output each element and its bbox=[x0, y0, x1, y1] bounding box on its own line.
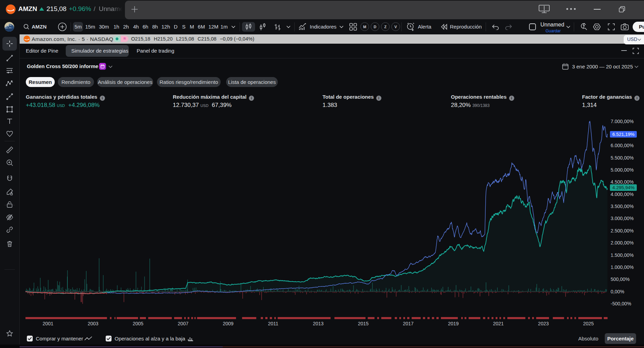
svg-text:500,00%: 500,00% bbox=[611, 276, 630, 282]
svg-text:2.000,00%: 2.000,00% bbox=[611, 240, 634, 246]
svg-text:2003: 2003 bbox=[88, 321, 98, 326]
svg-text:2007: 2007 bbox=[178, 321, 188, 326]
svg-text:4.295,94%: 4.295,94% bbox=[612, 185, 635, 190]
svg-text:4.500,00%: 4.500,00% bbox=[611, 179, 634, 185]
svg-text:4.000,00%: 4.000,00% bbox=[611, 192, 634, 197]
svg-text:0,00%: 0,00% bbox=[611, 289, 624, 294]
svg-text:5.000,00%: 5.000,00% bbox=[611, 167, 634, 173]
svg-text:7.000,00%: 7.000,00% bbox=[611, 119, 634, 124]
svg-text:-500,00%: -500,00% bbox=[611, 301, 631, 306]
svg-text:2013: 2013 bbox=[313, 321, 324, 326]
svg-text:1.000,00%: 1.000,00% bbox=[611, 264, 634, 270]
svg-text:2017: 2017 bbox=[403, 321, 414, 326]
svg-text:1.500,00%: 1.500,00% bbox=[611, 252, 634, 258]
svg-text:6.521,19%: 6.521,19% bbox=[612, 132, 635, 137]
svg-text:5.500,00%: 5.500,00% bbox=[611, 155, 634, 161]
svg-text:2025: 2025 bbox=[583, 321, 594, 326]
svg-text:2023: 2023 bbox=[538, 321, 549, 326]
svg-text:2001: 2001 bbox=[43, 321, 53, 326]
svg-text:3.000,00%: 3.000,00% bbox=[611, 216, 634, 221]
svg-text:2011: 2011 bbox=[268, 321, 278, 326]
svg-text:3.500,00%: 3.500,00% bbox=[611, 204, 634, 209]
svg-text:2021: 2021 bbox=[493, 321, 504, 326]
svg-text:2015: 2015 bbox=[358, 321, 369, 326]
svg-text:6.000,00%: 6.000,00% bbox=[611, 143, 634, 148]
svg-text:2009: 2009 bbox=[223, 321, 233, 326]
svg-text:2.500,00%: 2.500,00% bbox=[611, 228, 634, 233]
svg-text:2005: 2005 bbox=[133, 321, 144, 326]
svg-text:2019: 2019 bbox=[448, 321, 458, 326]
